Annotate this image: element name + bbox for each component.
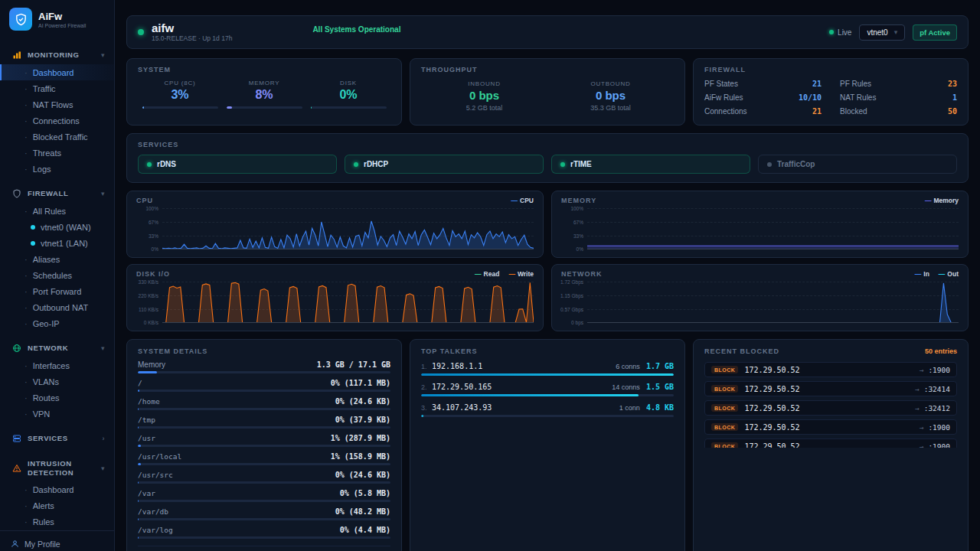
bottom-row: SYSTEM DETAILS Memory1.3 GB / 17.1 GB /0… xyxy=(126,339,969,551)
item-label: Blocked Traffic xyxy=(33,132,88,142)
fw-label: NAT Rules xyxy=(840,93,876,102)
fs-row: /var/db0% (48.2 MB) xyxy=(138,507,390,520)
sidebar-item-connections[interactable]: Connections xyxy=(0,112,114,129)
fw-label: Connections xyxy=(704,107,747,116)
sidebar-section-firewall[interactable]: FIREWALL ▾ xyxy=(0,183,114,203)
sidebar-item-ids-rules[interactable]: Rules xyxy=(0,514,114,530)
service-status-dot xyxy=(767,162,772,167)
legend-cpu: CPU xyxy=(511,197,534,204)
sidebar-item-ids-alerts[interactable]: Alerts xyxy=(0,498,114,514)
blocked-port: :1900 xyxy=(920,442,950,448)
inbound-total: 5.2 GB total xyxy=(446,104,522,112)
blocked-row[interactable]: BLOCK172.29.50.52:1900 xyxy=(704,439,957,448)
memory-y-axis: 100%67%33%0% xyxy=(561,207,587,249)
item-label: Dashboard xyxy=(33,68,74,77)
item-label: Interfaces xyxy=(33,361,70,370)
service-pill-rdns[interactable]: rDNS xyxy=(138,155,337,174)
blocked-row[interactable]: BLOCK172.29.50.52:1900 xyxy=(704,419,957,435)
service-status-dot xyxy=(354,162,358,167)
sidebar-section-intrusion-detection[interactable]: INTRUSION DETECTION ▾ xyxy=(0,454,114,482)
top-talkers-card: TOP TALKERS 1.192.168.1.16 conns1.7 GB 2… xyxy=(410,339,685,551)
block-badge: BLOCK xyxy=(711,385,738,393)
blocked-row[interactable]: BLOCK172.29.50.52:32414 xyxy=(704,381,957,396)
metric-label: DISK xyxy=(311,80,387,86)
talker-rank: 1. xyxy=(421,363,432,370)
block-badge: BLOCK xyxy=(711,366,738,373)
fw-stat-connections: Connections21 xyxy=(704,107,822,116)
sidebar-item-interfaces[interactable]: Interfaces xyxy=(0,357,114,373)
sidebar-item-schedules[interactable]: Schedules xyxy=(0,267,114,283)
sidebar-section-monitoring[interactable]: MONITORING ▾ xyxy=(0,44,114,64)
sidebar-item-all-rules[interactable]: All Rules xyxy=(0,203,114,219)
service-status-dot xyxy=(147,162,152,167)
memory-metric: MEMORY 8% xyxy=(227,80,302,109)
cpu-bar xyxy=(142,106,218,109)
sidebar-item-dashboard[interactable]: Dashboard xyxy=(0,64,114,80)
chart-title: NETWORK xyxy=(561,270,603,278)
sidebar-item-aliases[interactable]: Aliases xyxy=(0,251,114,267)
blocked-ip: 172.29.50.52 xyxy=(744,442,799,448)
legend-read: Read xyxy=(475,270,499,278)
outbound-metric: OUTBOUND 0 bps 35.3 GB total xyxy=(573,80,648,112)
service-pill-rdhcp[interactable]: rDHCP xyxy=(345,155,544,174)
blocked-port: :32414 xyxy=(915,385,950,393)
sidebar-item-traffic[interactable]: Traffic xyxy=(0,80,114,96)
sidebar-item-vtnet1-lan[interactable]: vtnet1 (LAN) xyxy=(0,235,114,251)
cpu-metric: CPU (8C) 3% xyxy=(142,80,218,109)
fs-value: 1% (158.9 MB) xyxy=(331,452,390,461)
sidebar-item-port-forward[interactable]: Port Forward xyxy=(0,283,114,299)
chevron-down-icon: ▾ xyxy=(101,190,105,197)
interface-select[interactable]: vtnet0 ▾ xyxy=(859,24,905,41)
legend-out: Out xyxy=(939,270,959,278)
sidebar-item-nat-flows[interactable]: NAT Flows xyxy=(0,96,114,112)
app-logo: AiFw AI Powered Firewall xyxy=(0,0,114,40)
service-pill-rtime[interactable]: rTIME xyxy=(551,155,750,174)
server-icon xyxy=(12,433,22,443)
sidebar-item-blocked-traffic[interactable]: Blocked Traffic xyxy=(0,129,114,145)
item-label: Rules xyxy=(33,517,54,527)
sidebar-section-services[interactable]: SERVICES › xyxy=(0,428,114,448)
card-title: SYSTEM xyxy=(138,66,390,73)
service-pill-trafficcop[interactable]: TrafficCop xyxy=(758,155,957,174)
sidebar-item-vpn[interactable]: VPN xyxy=(0,406,114,422)
sidebar-section-network[interactable]: NETWORK ▾ xyxy=(0,337,114,357)
row-label: Memory xyxy=(138,360,165,369)
blocked-row[interactable]: BLOCK172.29.50.52:32412 xyxy=(704,400,957,416)
stats-row: SYSTEM CPU (8C) 3% MEMORY 8% DISK 0% xyxy=(126,58,969,126)
chart-icon xyxy=(12,50,22,60)
fw-value: 10/10 xyxy=(799,93,822,102)
fs-value: 0% (117.1 MB) xyxy=(331,379,390,387)
chevron-down-icon: ▾ xyxy=(101,344,105,352)
fs-value: 0% (5.8 MB) xyxy=(340,489,390,497)
blocked-ip: 172.29.50.52 xyxy=(744,423,799,432)
cpu-value: 3% xyxy=(142,88,218,102)
item-label: NAT Flows xyxy=(33,100,74,109)
sidebar-item-routes[interactable]: Routes xyxy=(0,390,114,406)
talker-rank: 3. xyxy=(421,404,432,412)
fs-path: / xyxy=(138,379,142,387)
fs-value: 1% (287.9 MB) xyxy=(331,434,390,442)
my-profile-link[interactable]: My Profile xyxy=(0,536,114,551)
network-chart-card: NETWORK In Out 1.72 Gbps1.15 Gbps0.57 Gb… xyxy=(551,264,969,331)
sidebar-item-threats[interactable]: Threats xyxy=(0,145,114,161)
sidebar-item-vtnet0-wan[interactable]: vtnet0 (WAN) xyxy=(0,219,114,235)
sidebar-item-outbound-nat[interactable]: Outbound NAT xyxy=(0,299,114,315)
blocked-row[interactable]: BLOCK172.29.50.52:1900 xyxy=(704,362,957,377)
chart-title: DISK I/O xyxy=(136,270,170,278)
sidebar: AiFw AI Powered Firewall MONITORING ▾ Da… xyxy=(0,0,115,551)
live-label: Live xyxy=(838,28,851,37)
legend-in: In xyxy=(915,270,929,278)
blocked-port: :32412 xyxy=(915,404,950,412)
sidebar-item-ids-dashboard[interactable]: Dashboard xyxy=(0,482,114,498)
sidebar-item-vlans[interactable]: VLANs xyxy=(0,373,114,390)
fs-path: /usr/src xyxy=(138,471,173,479)
fw-value: 50 xyxy=(948,107,957,116)
legend-memory: Memory xyxy=(925,197,959,204)
item-label: Connections xyxy=(33,116,80,126)
sidebar-item-geo-ip[interactable]: Geo-IP xyxy=(0,315,114,331)
fs-row: /tmp0% (37.9 KB) xyxy=(138,416,390,429)
sidebar-item-logs[interactable]: Logs xyxy=(0,161,114,177)
live-indicator: Live xyxy=(829,28,851,37)
disk-y-axis: 330 KB/s220 KB/s110 KB/s0 KB/s xyxy=(136,280,162,323)
user-icon xyxy=(11,540,19,549)
